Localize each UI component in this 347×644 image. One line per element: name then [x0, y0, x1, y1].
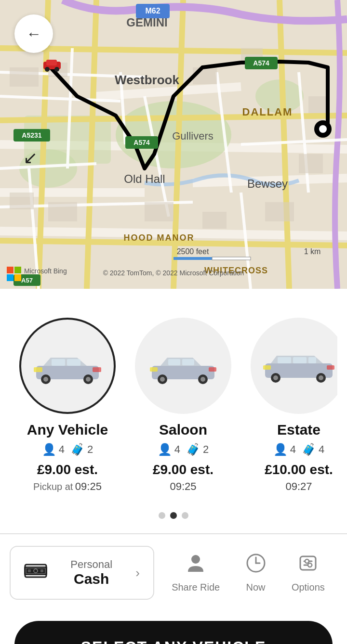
svg-point-42 — [45, 67, 50, 72]
svg-rect-71 — [7, 274, 13, 281]
vehicle-specs-any: 👤 4 🧳 2 — [42, 443, 93, 456]
vehicle-price-estate: £10.00 est. — [265, 462, 333, 477]
vehicle-pickup-any: Pickup at 09:25 — [33, 480, 102, 493]
vehicle-card-any[interactable]: Any Vehicle 👤 4 🧳 2 £9.00 est. Pickup at… — [10, 308, 125, 502]
svg-text:HOOD MANOR: HOOD MANOR — [124, 233, 195, 243]
passenger-spec-estate: 👤 4 — [273, 443, 296, 456]
options-label: Options — [292, 582, 325, 593]
vehicle-price-any: £9.00 est. — [37, 462, 98, 477]
vehicle-price-saloon: £9.00 est. — [153, 462, 214, 477]
svg-rect-36 — [299, 154, 323, 173]
svg-rect-91 — [150, 367, 158, 372]
svg-point-43 — [54, 67, 59, 72]
svg-text:Old Hall: Old Hall — [124, 172, 165, 185]
svg-rect-67 — [212, 257, 251, 260]
back-button[interactable]: ← — [14, 14, 53, 53]
svg-rect-102 — [327, 365, 334, 370]
carousel-dot-2[interactable] — [170, 512, 177, 519]
passenger-spec-any: 👤 4 — [42, 443, 65, 456]
map-view: M62 A574 A574 A5231 A57 GEMINI Westbrook… — [0, 0, 347, 289]
svg-point-45 — [319, 125, 327, 133]
share-ride-label: Share Ride — [172, 582, 220, 593]
bottom-bar: Personal Cash › Share Ride — [0, 534, 347, 611]
svg-rect-69 — [7, 267, 13, 273]
vehicle-time-estate: 09:27 — [285, 480, 312, 493]
back-arrow-icon: ← — [26, 25, 41, 43]
vehicle-specs-saloon: 👤 4 🧳 2 — [158, 443, 209, 456]
svg-rect-29 — [10, 67, 39, 87]
vehicle-name-any: Any Vehicle — [27, 422, 108, 438]
svg-rect-39 — [48, 202, 77, 221]
luggage-spec-estate: 🧳 4 — [302, 443, 324, 456]
options-button[interactable]: Options — [292, 553, 325, 593]
svg-rect-94 — [278, 357, 291, 363]
svg-rect-35 — [265, 202, 294, 221]
luggage-icon-estate: 🧳 — [302, 443, 316, 456]
luggage-spec-saloon: 🧳 2 — [186, 443, 209, 456]
vehicle-card-saloon[interactable]: Saloon 👤 4 🧳 2 £9.00 est. 09:25 — [125, 308, 241, 502]
svg-text:A5231: A5231 — [22, 131, 41, 139]
svg-rect-83 — [93, 367, 101, 372]
svg-text:↙: ↙ — [23, 148, 38, 167]
svg-rect-38 — [10, 193, 34, 209]
share-ride-icon — [185, 553, 206, 578]
payment-label: Personal — [57, 558, 126, 571]
svg-text:© 2022 TomTom, © 2022 Microsof: © 2022 TomTom, © 2022 Microsoft Corporat… — [103, 269, 244, 277]
share-ride-button[interactable]: Share Ride — [172, 553, 220, 593]
vehicle-name-estate: Estate — [277, 422, 320, 438]
svg-text:2500 feet: 2500 feet — [177, 247, 209, 256]
vehicle-circle-saloon — [135, 318, 231, 414]
luggage-spec-any: 🧳 2 — [70, 443, 93, 456]
svg-point-98 — [273, 375, 278, 380]
svg-text:A57: A57 — [21, 277, 33, 284]
svg-rect-92 — [209, 367, 216, 372]
svg-point-81 — [86, 377, 91, 382]
vehicles-section: Any Vehicle 👤 4 🧳 2 £9.00 est. Pickup at… — [0, 289, 347, 533]
now-label: Now — [246, 582, 266, 593]
clock-icon — [245, 553, 267, 578]
vehicle-time-saloon: 09:25 — [170, 480, 196, 493]
svg-point-117 — [308, 563, 312, 567]
select-section: SELECT ANY VEHICLE — [0, 611, 347, 644]
svg-rect-107 — [28, 569, 31, 572]
payment-text: Personal Cash — [57, 558, 126, 587]
vehicle-name-saloon: Saloon — [159, 422, 207, 438]
svg-text:Bewsey: Bewsey — [247, 177, 288, 190]
svg-text:DALLAM: DALLAM — [242, 106, 293, 118]
carousel-dot-3[interactable] — [182, 512, 188, 519]
svg-rect-34 — [202, 212, 227, 229]
svg-text:A574: A574 — [133, 139, 150, 146]
options-icon — [297, 553, 319, 578]
person-icon-any: 👤 — [42, 443, 56, 456]
carousel-dot-1[interactable] — [159, 512, 165, 519]
svg-rect-72 — [14, 274, 21, 281]
now-button[interactable]: Now — [245, 553, 267, 593]
vehicle-card-estate[interactable]: Estate 👤 4 🧳 4 £10.00 est. 09:27 — [241, 308, 337, 502]
carousel-dots — [10, 502, 337, 524]
luggage-icon-saloon: 🧳 — [186, 443, 200, 456]
svg-point-116 — [305, 559, 309, 563]
payment-value: Cash — [57, 571, 126, 587]
svg-rect-86 — [182, 359, 194, 365]
svg-rect-101 — [263, 365, 271, 370]
select-vehicle-button[interactable]: SELECT ANY VEHICLE — [14, 621, 333, 644]
vehicle-specs-estate: 👤 4 🧳 4 — [273, 443, 325, 456]
svg-point-109 — [191, 555, 200, 564]
passenger-spec-saloon: 👤 4 — [158, 443, 180, 456]
svg-text:M62: M62 — [145, 7, 160, 15]
svg-rect-85 — [168, 359, 180, 365]
luggage-icon-any: 🧳 — [70, 443, 85, 456]
svg-point-90 — [200, 377, 205, 382]
vehicle-circle-any — [19, 318, 116, 414]
svg-text:GEMINI: GEMINI — [126, 16, 167, 29]
payment-button[interactable]: Personal Cash › — [10, 546, 154, 600]
svg-rect-70 — [14, 267, 21, 273]
svg-rect-96 — [308, 357, 316, 363]
bottom-actions: Share Ride Now — [159, 553, 337, 593]
chevron-right-icon: › — [135, 566, 140, 580]
svg-text:Westbrook: Westbrook — [115, 73, 179, 87]
svg-rect-33 — [145, 202, 174, 221]
svg-text:1 km: 1 km — [304, 247, 321, 256]
svg-rect-76 — [52, 359, 65, 366]
svg-rect-82 — [34, 367, 42, 372]
